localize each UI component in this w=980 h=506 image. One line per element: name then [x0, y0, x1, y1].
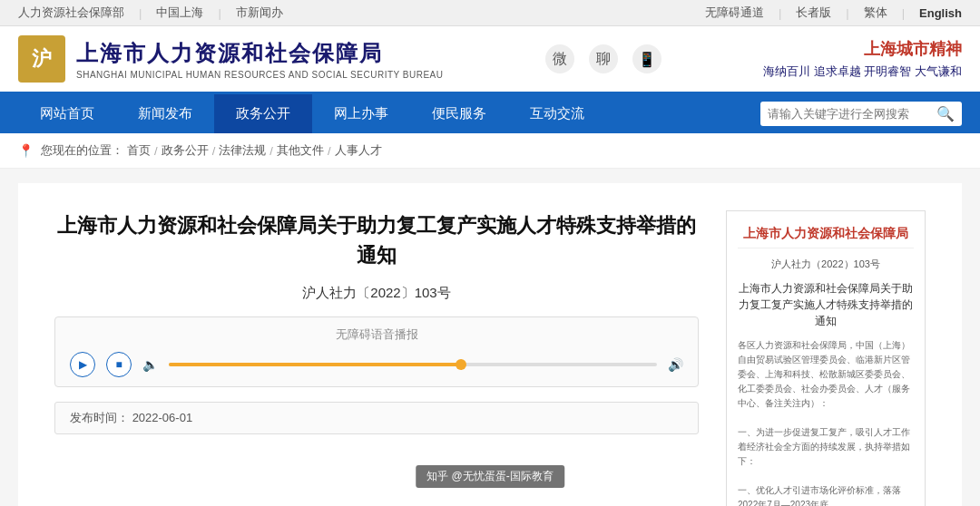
header-logo: 沪 上海市人力资源和社会保障局 SHANGHAI MUNICIPAL HUMAN… [18, 35, 443, 83]
breadcrumb-home[interactable]: 首页 [127, 142, 151, 159]
location-icon: 📍 [18, 143, 34, 158]
topbar-news[interactable]: 市新闻办 [236, 5, 283, 21]
volume-low-icon: 🔈 [142, 357, 158, 372]
slogan-title: 上海城市精神 [763, 38, 962, 60]
audio-progress-fill [169, 363, 462, 366]
nav-govpublic[interactable]: 政务公开 [214, 94, 312, 133]
topbar-traditional[interactable]: 繁体 [864, 5, 887, 21]
nav-bar: 网站首页 新闻发布 政务公开 网上办事 便民服务 互动交流 🔍 [0, 94, 980, 133]
top-bar: 人力资源社会保障部 | 中国上海 | 市新闻办 无障碍通道 | 长者版 | 繁体… [0, 0, 980, 26]
audio-controls: ▶ ■ 🔈 🔊 [70, 352, 683, 377]
doc-preview-panel: 上海市人力资源和社会保障局 沪人社力（2022）103号 上海市人力资源和社会保… [726, 210, 926, 506]
weibo-icon[interactable]: 微 [545, 44, 574, 73]
publish-date-value: 2022-06-01 [132, 411, 193, 424]
doc-body-para2: 一、为进一步促进复工复产，吸引人才工作着经济社会全方面的持续发展，执持举措如下： [738, 425, 914, 469]
nav-search-box: 🔍 [760, 102, 962, 126]
topbar-elder[interactable]: 长者版 [796, 5, 831, 21]
doc-preview-docno: 沪人社力（2022）103号 [738, 258, 914, 271]
doc-preview-body: 各区人力资源和社会保障局，中国（上海）自由贸易试验区管理委员会、临港新片区管委会… [738, 338, 914, 506]
article-body: 上海市人力资源和社会保障局关于助力复工复产实施人才特殊支持举措的通知 沪人社力〔… [54, 210, 699, 506]
breadcrumb-prefix: 您现在的位置： [41, 142, 123, 159]
doc-body-para3: 一、优化人才引进市场化评价标准，落落2022年7月—2023年底... [738, 483, 914, 506]
audio-stop-button[interactable]: ■ [106, 352, 132, 377]
topbar-shanghai[interactable]: 中国上海 [156, 5, 203, 21]
nav-news[interactable]: 新闻发布 [116, 94, 214, 133]
nav-service[interactable]: 便民服务 [410, 94, 508, 133]
watermark: 知乎 @无忧蛋蛋-国际教育 [416, 465, 564, 488]
topbar-english[interactable]: English [919, 6, 962, 20]
search-button[interactable]: 🔍 [936, 105, 955, 122]
logo-name-cn: 上海市人力资源和社会保障局 [76, 39, 443, 68]
header-social: 微 聊 📱 [545, 44, 662, 73]
topbar-accessibility[interactable]: 无障碍通道 [705, 5, 764, 21]
audio-caption: 无障碍语音播报 [70, 326, 683, 343]
audio-progress-bar[interactable] [169, 363, 657, 366]
breadcrumb-other[interactable]: 其他文件 [277, 142, 324, 159]
mobile-icon[interactable]: 📱 [632, 44, 662, 73]
doc-preview: 上海市人力资源和社会保障局 沪人社力（2022）103号 上海市人力资源和社会保… [726, 210, 926, 506]
nav-interact[interactable]: 互动交流 [508, 94, 606, 133]
nav-home[interactable]: 网站首页 [18, 94, 116, 133]
logo-icon: 沪 [18, 35, 65, 83]
breadcrumb-laws[interactable]: 法律法规 [219, 142, 266, 159]
doc-preview-header: 上海市人力资源和社会保障局 [738, 226, 914, 248]
audio-player: 无障碍语音播报 ▶ ■ 🔈 🔊 [54, 316, 699, 387]
breadcrumb: 📍 您现在的位置： 首页 / 政务公开 / 法律法规 / 其他文件 / 人事人才 [0, 133, 980, 169]
nav-online[interactable]: 网上办事 [312, 94, 410, 133]
search-input[interactable] [768, 107, 931, 121]
topbar-hrss[interactable]: 人力资源社会保障部 [18, 5, 124, 21]
breadcrumb-talent[interactable]: 人事人才 [335, 142, 382, 159]
top-bar-right: 无障碍通道 | 长者版 | 繁体 | English [705, 5, 962, 21]
logo-name-en: SHANGHAI MUNICIPAL HUMAN RESOURCES AND S… [76, 70, 443, 80]
article-title: 上海市人力资源和社会保障局关于助力复工复产实施人才特殊支持举措的通知 [54, 210, 699, 270]
main-content: 上海市人力资源和社会保障局关于助力复工复产实施人才特殊支持举措的通知 沪人社力〔… [18, 183, 962, 506]
volume-high-icon: 🔊 [668, 357, 683, 372]
breadcrumb-govpublic[interactable]: 政务公开 [162, 142, 209, 159]
header: 沪 上海市人力资源和社会保障局 SHANGHAI MUNICIPAL HUMAN… [0, 26, 980, 94]
article-doc-no: 沪人社力〔2022〕103号 [54, 285, 699, 302]
doc-body-para1: 各区人力资源和社会保障局，中国（上海）自由贸易试验区管理委员会、临港新片区管委会… [738, 338, 914, 411]
publish-label: 发布时间： [70, 411, 129, 424]
wechat-icon[interactable]: 聊 [589, 44, 618, 73]
audio-play-button[interactable]: ▶ [70, 352, 95, 377]
doc-preview-title: 上海市人力资源和社会保障局关于助力复工复产实施人才特殊支持举措的通知 [738, 280, 914, 329]
top-bar-left: 人力资源社会保障部 | 中国上海 | 市新闻办 [18, 5, 283, 21]
publish-date: 发布时间： 2022-06-01 [54, 402, 699, 434]
header-slogan: 上海城市精神 海纳百川 追求卓越 开明睿智 大气谦和 [763, 38, 962, 80]
logo-text: 上海市人力资源和社会保障局 SHANGHAI MUNICIPAL HUMAN R… [76, 39, 443, 80]
slogan-sub: 海纳百川 追求卓越 开明睿智 大气谦和 [763, 63, 962, 80]
